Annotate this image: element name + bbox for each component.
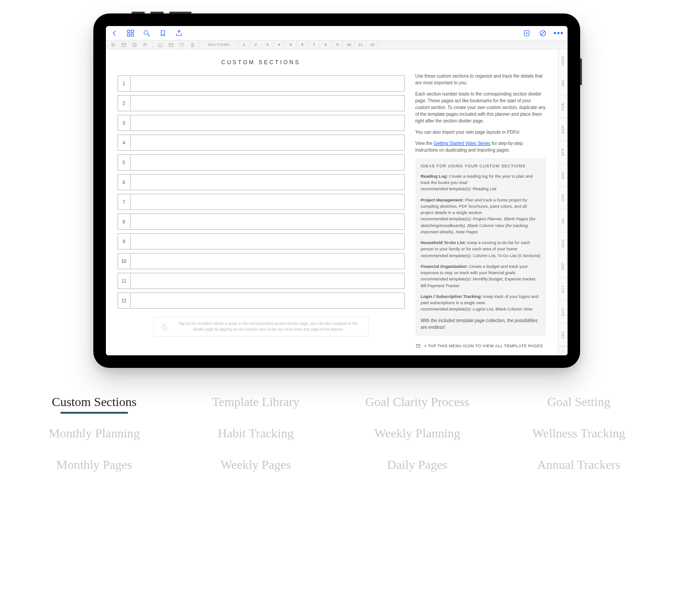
row-input[interactable]: [131, 214, 404, 229]
feature-tab-goal-setting[interactable]: Goal Setting: [503, 395, 655, 409]
idea-item: Login / Subscription Tracking: Keep trac…: [421, 293, 541, 313]
share-icon[interactable]: [175, 29, 183, 37]
month-tab-apr[interactable]: APR: [558, 141, 568, 164]
table-row[interactable]: 12: [118, 293, 405, 309]
row-input[interactable]: [131, 293, 404, 308]
month-tab-aug[interactable]: AUG: [558, 232, 568, 255]
svg-rect-2: [127, 34, 130, 36]
month-tab-year[interactable]: YEAR: [558, 49, 568, 72]
row-number[interactable]: 11: [118, 273, 131, 288]
feature-tab-annual-trackers[interactable]: Annual Trackers: [503, 458, 655, 472]
row-number[interactable]: 4: [118, 135, 131, 150]
month-tab-jun[interactable]: JUN: [558, 187, 568, 210]
checkbox-icon[interactable]: [132, 42, 137, 48]
feature-tab-monthly-planning[interactable]: Monthly Planning: [18, 426, 170, 441]
document-area: CUSTOM SECTIONS 1 2 3 4 5 6 7 8 9 10: [106, 49, 568, 355]
ribbon-icon[interactable]: [190, 42, 195, 48]
bookmark-icon[interactable]: [159, 29, 167, 37]
table-row[interactable]: 1: [118, 75, 405, 92]
row-number[interactable]: 5: [118, 155, 131, 170]
video-series-link[interactable]: Getting Started Video Series: [433, 141, 490, 146]
section-tab-2[interactable]: 2: [250, 40, 262, 49]
row-number[interactable]: 9: [118, 234, 131, 249]
row-number[interactable]: 7: [118, 194, 131, 210]
month-tab-jan[interactable]: JAN: [558, 72, 568, 95]
svg-point-4: [144, 31, 148, 35]
feature-tab-wellness-tracking[interactable]: Wellness Tracking: [503, 426, 655, 441]
table-row[interactable]: 5: [118, 154, 405, 170]
table-row[interactable]: 8: [118, 214, 405, 230]
row-number[interactable]: 6: [118, 175, 131, 190]
row-number[interactable]: 3: [118, 115, 131, 131]
row-input[interactable]: [131, 194, 404, 210]
more-icon[interactable]: •••: [555, 29, 563, 37]
month-tab-mar[interactable]: MAR: [558, 118, 568, 141]
table-row[interactable]: 9: [118, 233, 405, 249]
row-input[interactable]: [131, 273, 404, 288]
row-input[interactable]: [131, 175, 404, 190]
table-row[interactable]: 3: [118, 115, 405, 131]
feature-tab-template-library[interactable]: Template Library: [179, 395, 332, 409]
month-tab-oct[interactable]: OCT: [558, 278, 568, 301]
section-tab-3[interactable]: 3: [262, 40, 273, 49]
grid-icon[interactable]: [127, 29, 135, 37]
month-tab-dec[interactable]: DEC: [558, 323, 568, 346]
row-number[interactable]: 12: [118, 293, 131, 308]
row-input[interactable]: [131, 115, 404, 131]
feature-tab-habit-tracking[interactable]: Habit Tracking: [179, 426, 332, 441]
table-row[interactable]: 11: [118, 273, 405, 289]
menu-icon[interactable]: [110, 42, 116, 48]
month-tab-jul[interactable]: JUL: [558, 210, 568, 232]
search-icon[interactable]: [143, 29, 151, 37]
heart-icon[interactable]: [179, 42, 184, 48]
add-page-icon[interactable]: [523, 29, 531, 37]
feature-tab-goal-clarity[interactable]: Goal Clarity Process: [341, 395, 494, 409]
section-tab-11[interactable]: 11: [355, 40, 367, 49]
row-number[interactable]: 2: [118, 96, 131, 111]
info-icon[interactable]: i: [558, 346, 568, 355]
feature-tab-monthly-pages[interactable]: Monthly Pages: [18, 458, 170, 472]
feature-tab-weekly-pages[interactable]: Weekly Pages: [179, 458, 332, 472]
section-tab-7[interactable]: 7: [308, 40, 320, 49]
section-tab-10[interactable]: 10: [343, 40, 355, 49]
calendar-icon[interactable]: [168, 42, 174, 48]
month-tab-sep[interactable]: SEP: [558, 255, 568, 278]
section-tab-1[interactable]: 1: [238, 40, 250, 49]
table-row[interactable]: 4: [118, 135, 405, 151]
section-tab-12[interactable]: 12: [367, 40, 378, 49]
device-buttons: [131, 12, 192, 13]
section-tab-4[interactable]: 4: [273, 40, 285, 49]
page-title: CUSTOM SECTIONS: [118, 59, 405, 66]
month-tab-may[interactable]: MAY: [558, 164, 568, 187]
month-tab-feb[interactable]: FEB: [558, 95, 568, 118]
table-row[interactable]: 7: [118, 194, 405, 210]
flag-icon[interactable]: [143, 42, 148, 48]
templates-icon[interactable]: [121, 42, 127, 48]
table-row[interactable]: 10: [118, 253, 405, 269]
row-number[interactable]: 1: [118, 76, 131, 91]
section-tab-6[interactable]: 6: [297, 40, 308, 49]
row-number[interactable]: 10: [118, 253, 131, 269]
section-tab-5[interactable]: 5: [285, 40, 297, 49]
row-input[interactable]: [131, 253, 404, 269]
row-input[interactable]: [131, 155, 404, 170]
row-number[interactable]: 8: [118, 214, 131, 229]
section-tab-8[interactable]: 8: [320, 40, 332, 49]
back-icon[interactable]: [110, 29, 118, 37]
row-input[interactable]: [131, 234, 404, 249]
home-icon[interactable]: [157, 42, 163, 48]
ideas-heading: IDEAS FOR USING YOUR CUSTOM SECTIONS: [421, 163, 541, 170]
row-input[interactable]: [131, 96, 404, 111]
section-tab-9[interactable]: 9: [332, 40, 343, 49]
svg-rect-20: [416, 345, 420, 348]
feature-tab-daily-pages[interactable]: Daily Pages: [341, 458, 494, 472]
month-tab-nov[interactable]: NOV: [558, 301, 568, 323]
table-row[interactable]: 6: [118, 174, 405, 190]
feature-tab-custom-sections[interactable]: Custom Sections: [18, 395, 170, 409]
table-row[interactable]: 2: [118, 95, 405, 111]
row-input[interactable]: [131, 135, 404, 150]
page-sidebar: Use these custom sections to organize an…: [415, 59, 546, 349]
feature-tab-weekly-planning[interactable]: Weekly Planning: [341, 426, 494, 441]
lasso-icon[interactable]: [539, 29, 547, 37]
row-input[interactable]: [131, 76, 404, 91]
